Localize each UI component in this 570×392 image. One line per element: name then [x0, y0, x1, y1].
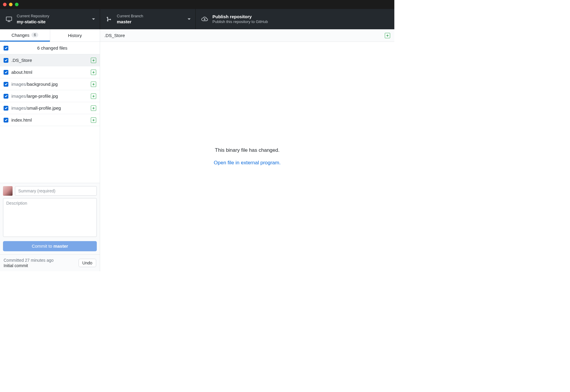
file-dir: images/: [11, 94, 27, 99]
added-icon: +: [91, 82, 96, 87]
changes-count-badge: 6: [31, 33, 38, 37]
recent-commit-message: Initial commit: [4, 263, 53, 268]
window-close-button[interactable]: [3, 3, 7, 6]
file-name: small-profile.jpeg: [27, 105, 61, 111]
git-branch-icon: [105, 16, 113, 23]
branch-name: master: [117, 19, 143, 25]
file-row[interactable]: images/small-profile.jpeg +: [0, 102, 100, 114]
file-checkbox[interactable]: [4, 106, 8, 111]
added-icon: +: [385, 33, 390, 38]
publish-repository-button[interactable]: Publish repository Publish this reposito…: [196, 9, 394, 29]
file-dir: images/: [11, 82, 27, 87]
tab-history[interactable]: History: [50, 29, 100, 42]
recent-commit-time: Committed 27 minutes ago: [4, 258, 53, 263]
commit-summary-input[interactable]: [15, 186, 97, 196]
file-dir: images/: [11, 105, 27, 111]
file-name: background.jpg: [27, 82, 58, 87]
changed-files-list: .DS_Store + about.html + images/backgrou…: [0, 54, 100, 183]
cloud-upload-icon: [201, 16, 208, 23]
commit-form: Commit to master: [0, 183, 100, 254]
publish-subtitle: Publish this repository to GitHub: [212, 19, 268, 24]
added-icon: +: [91, 58, 96, 63]
commit-description-input[interactable]: [3, 198, 97, 237]
branch-label: Current Branch: [117, 14, 143, 19]
diff-body: This binary file has changed. Open file …: [100, 42, 394, 271]
author-avatar: [3, 186, 13, 196]
select-all-checkbox[interactable]: [4, 46, 8, 50]
tab-changes-label: Changes: [11, 33, 29, 38]
added-icon: +: [91, 117, 96, 123]
window-titlebar: [0, 0, 394, 9]
file-name: about.html: [11, 70, 32, 75]
file-row[interactable]: images/background.jpg +: [0, 78, 100, 90]
commit-button-branch: master: [53, 244, 68, 249]
commit-button-prefix: Commit to: [32, 244, 53, 249]
file-checkbox[interactable]: [4, 82, 8, 87]
publish-title: Publish repository: [212, 14, 268, 20]
file-row[interactable]: about.html +: [0, 66, 100, 78]
file-checkbox[interactable]: [4, 58, 8, 63]
file-name: index.html: [11, 117, 32, 122]
commit-button[interactable]: Commit to master: [3, 241, 97, 251]
chevron-down-icon: [92, 19, 95, 20]
repo-name: my-static-site: [17, 19, 49, 25]
file-name: large-profile.jpg: [27, 94, 58, 99]
svg-rect-0: [6, 17, 12, 21]
file-checkbox[interactable]: [4, 70, 8, 75]
diff-header: .DS_Store +: [100, 29, 394, 42]
undo-button[interactable]: Undo: [79, 259, 96, 267]
recent-commit-strip[interactable]: Committed 27 minutes ago Initial commit …: [0, 254, 100, 271]
toolbar: Current Repository my-static-site Curren…: [0, 9, 394, 29]
monitor-icon: [5, 16, 13, 23]
added-icon: +: [91, 70, 96, 75]
file-checkbox[interactable]: [4, 94, 8, 99]
changes-header-text: 6 changed files: [8, 45, 96, 50]
chevron-down-icon: [188, 19, 191, 20]
diff-file-name: .DS_Store: [104, 33, 385, 38]
tab-changes[interactable]: Changes 6: [0, 29, 50, 42]
changes-header: 6 changed files: [0, 42, 100, 54]
sidebar-tabs: Changes 6 History: [0, 29, 100, 42]
file-checkbox[interactable]: [4, 118, 8, 122]
open-external-link[interactable]: Open file in external program.: [214, 160, 281, 166]
current-repository-dropdown[interactable]: Current Repository my-static-site: [0, 9, 100, 29]
tab-history-label: History: [68, 33, 82, 38]
file-name: .DS_Store: [11, 58, 32, 63]
diff-panel: .DS_Store + This binary file has changed…: [100, 29, 394, 271]
file-row[interactable]: images/large-profile.jpg +: [0, 90, 100, 102]
repo-label: Current Repository: [17, 14, 49, 19]
window-zoom-button[interactable]: [15, 3, 19, 6]
changes-sidebar: Changes 6 History 6 changed files .DS_St…: [0, 29, 100, 271]
binary-file-message: This binary file has changed.: [215, 147, 279, 153]
added-icon: +: [91, 94, 96, 99]
file-row[interactable]: .DS_Store +: [0, 54, 100, 66]
window-minimize-button[interactable]: [9, 3, 13, 6]
current-branch-dropdown[interactable]: Current Branch master: [100, 9, 196, 29]
added-icon: +: [91, 105, 96, 111]
file-row[interactable]: index.html +: [0, 114, 100, 126]
